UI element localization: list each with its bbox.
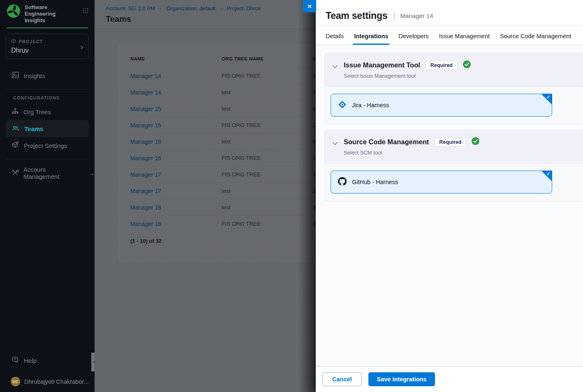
sidebar-item-insights[interactable]: Insights — [0, 67, 95, 84]
modal-dim-overlay[interactable] — [95, 0, 316, 392]
sidebar-item-label: Project Settings — [24, 142, 67, 149]
tab-developers[interactable]: Developers — [398, 33, 428, 45]
people-icon — [12, 124, 20, 134]
project-name: Dhruv — [11, 47, 83, 54]
project-label: PROJECT — [19, 39, 43, 44]
section-title: Issue Management Tool — [344, 61, 420, 69]
sei-logo-icon — [7, 4, 21, 20]
drawer-content: Issue Management Tool Required Select Is… — [316, 46, 583, 366]
app-grid-icon[interactable] — [82, 7, 89, 16]
arrow-right-icon: → — [88, 170, 95, 177]
chat-question-icon: ? — [12, 356, 19, 365]
sidebar-item-account-management[interactable]: Account Management → — [0, 165, 95, 181]
accordion-header[interactable]: Issue Management Tool Required Select Is… — [324, 53, 583, 87]
integration-label: Jira - Harness — [352, 102, 389, 108]
drawer-title: Team settings — [326, 10, 387, 21]
configurations-heading: CONFIGURATIONS — [0, 95, 95, 100]
drawer-subtitle: Manager 14 — [400, 12, 433, 19]
drawer-footer: Cancel Save Integrations — [316, 366, 583, 392]
svg-text:?: ? — [14, 357, 16, 361]
accordion-body: Jira - Harness ✓ — [324, 87, 583, 124]
sidebar-item-help[interactable]: ? Help — [0, 352, 95, 369]
jira-icon — [338, 100, 347, 111]
check-circle-icon — [472, 137, 479, 147]
check-circle-icon — [463, 60, 471, 70]
team-settings-drawer: Team settings | Manager 14 Details Integ… — [316, 0, 583, 392]
section-subtitle: Select SCM tool — [344, 150, 479, 156]
tools-icon — [12, 169, 19, 178]
hierarchy-icon — [12, 108, 19, 116]
cube-icon — [11, 38, 16, 45]
github-icon — [338, 177, 347, 187]
sidebar-item-label: Org Trees — [23, 108, 51, 115]
title-separator: | — [393, 11, 395, 21]
drawer-tabs: Details Integrations Developers Issue Ma… — [316, 26, 583, 45]
project-selector[interactable]: PROJECT Dhruv › — [6, 34, 89, 59]
section-source-code-management: Source Code Management Required Select S… — [324, 129, 583, 201]
section-issue-management-tool: Issue Management Tool Required Select Is… — [324, 53, 583, 125]
user-name: Dhrubajyoti Chakrabor... — [24, 378, 88, 385]
drawer-close-button[interactable]: × — [303, 0, 316, 12]
chevron-right-icon: › — [81, 42, 83, 51]
accordion-header[interactable]: Source Code Management Required Select S… — [324, 129, 583, 164]
tab-source-code-management[interactable]: Source Code Management — [500, 33, 571, 45]
check-icon: ✓ — [546, 95, 550, 100]
cancel-button[interactable]: Cancel — [322, 372, 362, 386]
divider — [7, 159, 88, 159]
required-badge: Required — [434, 138, 466, 147]
sidebar-item-label: Insights — [24, 72, 45, 79]
sidebar-item-org-trees[interactable]: Org Trees — [0, 104, 95, 120]
section-subtitle: Select Issue Management tool — [344, 73, 471, 79]
sidebar-item-label: Help — [24, 357, 37, 364]
tab-integrations[interactable]: Integrations — [354, 33, 388, 45]
divider — [7, 89, 88, 90]
avatar: DC — [11, 377, 20, 386]
drawer-header: Team settings | Manager 14 — [316, 0, 583, 26]
integration-card-jira[interactable]: Jira - Harness ✓ — [331, 94, 552, 117]
chevron-down-icon — [332, 140, 338, 156]
sidebar: Software Engineering Insights PROJECT — [0, 0, 95, 392]
app-title: Software Engineering Insights — [25, 4, 71, 24]
integration-label: GitHub - Harness — [352, 179, 398, 185]
check-icon: ✓ — [546, 171, 550, 177]
integration-card-github[interactable]: GitHub - Harness ✓ — [331, 171, 552, 194]
logo-underline — [7, 28, 88, 28]
user-menu[interactable]: DC Dhrubajyoti Chakrabor... — [0, 377, 95, 386]
app-root: Software Engineering Insights PROJECT — [0, 0, 583, 392]
chevron-down-icon — [332, 63, 338, 79]
accordion-body: GitHub - Harness ✓ — [324, 164, 583, 201]
sidebar-item-label: Account Management — [23, 166, 81, 180]
sidebar-item-teams[interactable]: Teams — [6, 120, 89, 137]
section-title: Source Code Management — [344, 138, 429, 146]
image-icon — [12, 71, 19, 80]
box-gear-icon — [12, 141, 19, 150]
tab-details[interactable]: Details — [326, 33, 344, 45]
save-integrations-button[interactable]: Save Integrations — [368, 372, 435, 386]
required-badge: Required — [426, 61, 458, 70]
sidebar-item-project-settings[interactable]: Project Settings — [0, 137, 95, 154]
tab-issue-management[interactable]: Issue Management — [439, 33, 490, 45]
sidebar-item-label: Teams — [24, 125, 43, 132]
